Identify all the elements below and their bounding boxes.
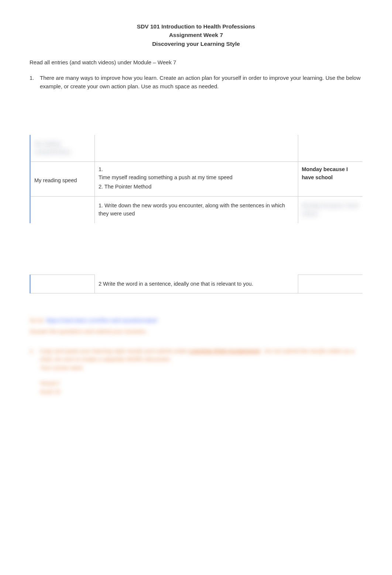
cell-blur-header: My reading comprehension: [30, 135, 95, 161]
vark-link[interactable]: https://vark-learn.com/the-vark-question…: [46, 317, 158, 323]
header-course: SDV 101 Introduction to Health Professio…: [30, 22, 362, 31]
score-list: Visual 2 Aural 10: [40, 379, 362, 396]
table-row: 2 Write the word in a sentence, ideally …: [30, 275, 363, 293]
cell-vocab-step2: 2 Write the word in a sentence, ideally …: [95, 275, 298, 293]
cell-reading-speed: My reading speed: [30, 161, 95, 196]
question-2-text: Copy and paste your learning style resul…: [40, 347, 362, 372]
question-1-number: 1.: [30, 74, 40, 91]
cell-day: Monday because I have school: [298, 161, 362, 182]
document-header: SDV 101 Introduction to Health Professio…: [30, 22, 362, 48]
step-1-number: 1.: [99, 166, 294, 174]
table-row: My reading speed 1. Time myself reading …: [30, 161, 363, 182]
table-row: 1. Write down the new words you encounte…: [30, 197, 363, 223]
cell-steps: 1. Time myself reading something a push …: [95, 161, 298, 182]
bottom-instructions: Go to: https://vark-learn.com/the-vark-q…: [30, 316, 362, 396]
table-row-gap: [30, 223, 363, 275]
header-title: Discovering your Learning Style: [30, 40, 362, 48]
action-plan-table: My reading comprehension My reading spee…: [30, 135, 362, 294]
intro-text: Read all entries (and watch videos) unde…: [30, 58, 362, 67]
goto-label: Go to:: [30, 317, 46, 323]
score-visual: Visual 2: [40, 379, 362, 388]
scores-label: Your scores were:: [40, 364, 362, 372]
goto-line: Go to: https://vark-learn.com/the-vark-q…: [30, 316, 362, 325]
question-1-text: There are many ways to improve how you l…: [40, 74, 362, 91]
cell-vocab-step1: 1. Write down the new words you encounte…: [95, 197, 298, 223]
step-1-text: Time myself reading something a push at …: [99, 174, 294, 182]
score-aural: Aural 10: [40, 388, 362, 396]
table-row: My reading comprehension: [30, 135, 363, 161]
question-1: 1. There are many ways to improve how yo…: [30, 74, 362, 91]
question-2: 2. Copy and paste your learning style re…: [30, 347, 362, 372]
step-2-text: 2. The Pointer Method: [95, 182, 298, 196]
answer-line: Answer the questions and submit your ans…: [30, 327, 362, 336]
cell-day-blur: Monday because I have school: [298, 197, 362, 223]
header-assignment: Assignment Week 7: [30, 31, 362, 39]
question-2-number: 2.: [30, 347, 40, 372]
table-row: [30, 293, 363, 294]
